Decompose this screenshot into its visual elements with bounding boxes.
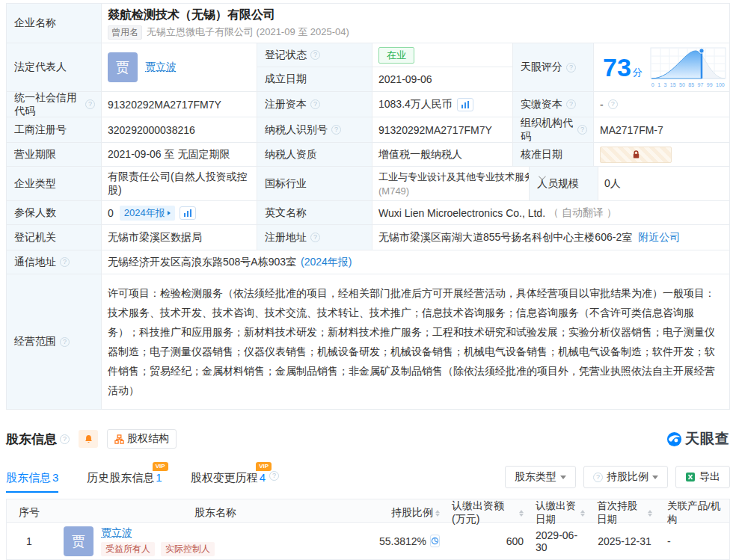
field-label-company-type: 企业类型 bbox=[7, 167, 101, 200]
shareholder-tag: 受益所有人 bbox=[101, 542, 155, 556]
org-chart-icon bbox=[114, 434, 124, 444]
help-icon[interactable]: ? bbox=[577, 125, 587, 135]
vip-badge: VIP bbox=[256, 462, 272, 471]
ratio-value: 55.3812% bbox=[379, 535, 426, 547]
pie-chart-icon[interactable] bbox=[430, 535, 440, 547]
field-label-reg-status: 登记状态 ? bbox=[257, 43, 372, 67]
reg-authority-value: 无锡市梁溪区数据局 bbox=[101, 225, 257, 250]
help-icon[interactable]: ? bbox=[310, 99, 320, 109]
help-icon[interactable]: ? bbox=[566, 63, 576, 73]
legal-rep-avatar: 贾 bbox=[108, 52, 138, 82]
biz-term-value: 2021-09-06 至 无固定期限 bbox=[101, 143, 257, 166]
taxpayer-id-value: 91320292MA2717FM7Y bbox=[372, 117, 512, 142]
reg-capital-value: 1083.4万人民币 bbox=[378, 98, 453, 111]
caret-down-icon bbox=[560, 476, 566, 479]
legal-rep-name-link[interactable]: 贾立波 bbox=[145, 61, 177, 74]
field-label-business-scope: 经营范围 ? bbox=[7, 274, 101, 409]
insured-chart-icon[interactable] bbox=[180, 206, 196, 220]
help-icon[interactable]: ? bbox=[566, 99, 576, 109]
company-info-table: 企业名称 燚航检测技术（无锡）有限公司 曾用名 无锡立恩微电子有限公司 (202… bbox=[6, 3, 730, 410]
staff-size-value: 0人 bbox=[598, 167, 729, 200]
help-icon[interactable]: ? bbox=[608, 99, 618, 109]
field-label-taxpayer-quality: 纳税人资质 bbox=[257, 143, 372, 166]
field-label-establish-date: 成立日期 bbox=[257, 67, 372, 91]
locked-value-placeholder[interactable] bbox=[600, 147, 672, 163]
lock-icon bbox=[631, 150, 641, 159]
bell-curve-icon bbox=[650, 47, 726, 80]
score-axis-labels: 0131550859799100 bbox=[650, 82, 726, 87]
taxpayer-quality-value: 增值税一般纳税人 bbox=[372, 143, 512, 166]
establish-date-value: 2021-09-06 bbox=[372, 67, 512, 91]
field-label-org-code: 组织机构代码 ? bbox=[512, 117, 593, 142]
former-name: 无锡立恩微电子有限公司 (2021-09 至 2025-04) bbox=[147, 25, 349, 39]
sort-icon[interactable] bbox=[519, 510, 524, 517]
field-label-staff-size: 人员规模 bbox=[529, 167, 598, 200]
excel-icon bbox=[685, 472, 696, 482]
nearby-companies-link[interactable]: 附近公司 bbox=[638, 231, 680, 244]
credit-code-value: 91320292MA2717FM7Y bbox=[101, 92, 257, 117]
shareholder-type-filter[interactable]: 股东类型 bbox=[505, 466, 576, 488]
business-scope-value: 许可项目：检验检测服务（依法须经批准的项目，经相关部门批准后方可开展经营活动，具… bbox=[101, 274, 729, 409]
help-icon[interactable]: ? bbox=[60, 337, 70, 347]
company-name: 燚航检测技术（无锡）有限公司 bbox=[108, 7, 275, 23]
field-label-credit-code: 统一社会信用代码 ? bbox=[7, 92, 101, 117]
tianyan-score: 73 分 bbox=[593, 43, 729, 91]
help-icon[interactable]: ? bbox=[85, 99, 95, 109]
field-label-reg-address: 注册地址 ? bbox=[257, 225, 372, 250]
help-icon[interactable]: ? bbox=[60, 257, 70, 267]
shareholder-name-link[interactable]: 贾立波 bbox=[101, 526, 215, 540]
help-icon[interactable]: ? bbox=[310, 50, 320, 60]
caret-down-icon bbox=[652, 476, 658, 479]
help-icon[interactable]: ? bbox=[60, 434, 70, 444]
mail-address-value: 无锡经济开发区高浪东路508号A栋903室 bbox=[108, 256, 296, 269]
tab-history-shareholders[interactable]: 历史股东信息 1 VIP bbox=[87, 471, 162, 493]
sort-icon[interactable] bbox=[580, 510, 585, 517]
row-index: 1 bbox=[7, 523, 52, 559]
shareholder-tag: 实际控制人 bbox=[161, 542, 215, 556]
first-hold-date: 2025-12-31 bbox=[591, 523, 658, 559]
monitor-bell-button[interactable] bbox=[79, 430, 98, 448]
field-label-biz-reg-no: 工商注册号 bbox=[7, 117, 101, 142]
status-badge: 在业 bbox=[378, 47, 414, 64]
help-icon[interactable]: ? bbox=[331, 125, 341, 135]
shareholders-table: 序号 股东名称 持股比例 认缴出资额(万元) 认缴出资日期 首次持股日期 关联产… bbox=[6, 499, 730, 560]
insured-count: 0 bbox=[108, 207, 114, 219]
sort-icon[interactable] bbox=[435, 510, 440, 517]
auto-translate-note: （ 自动翻译 ） bbox=[548, 206, 617, 220]
tab-shareholders[interactable]: 股东信息3 bbox=[6, 471, 58, 493]
sort-icon[interactable] bbox=[648, 510, 652, 517]
capital-chart-icon[interactable] bbox=[457, 98, 473, 111]
section-title: 股东信息 bbox=[6, 431, 57, 448]
table-row: 1 贾 贾立波 受益所有人 实际控制人 55.3812% bbox=[7, 522, 729, 559]
help-icon: ? bbox=[593, 473, 603, 482]
field-label-reg-capital: 注册资本 ? bbox=[257, 92, 372, 117]
arrow-right-icon bbox=[168, 211, 171, 215]
industry-value: 工业与专业设计及其他专业技术服务 bbox=[378, 170, 534, 184]
english-name-value: Wuxi Lien Microelectronics Co., Ltd. bbox=[378, 207, 545, 219]
field-label-company-name: 企业名称 bbox=[7, 4, 101, 43]
field-label-mail-address: 通信地址 ? bbox=[7, 250, 101, 274]
org-code-value: MA2717FM-7 bbox=[593, 117, 729, 142]
field-label-approval-date: 核准日期 bbox=[512, 143, 593, 166]
related-product: - bbox=[658, 523, 729, 559]
tab-equity-changes[interactable]: 股权变更历程 4 VIP ? bbox=[191, 471, 279, 493]
help-icon[interactable]: ? bbox=[310, 233, 320, 242]
mail-address-report-link[interactable]: (2024年报) bbox=[301, 256, 352, 269]
tianyancha-logo: 天眼查 bbox=[666, 429, 730, 449]
field-label-reg-authority: 登记机关 bbox=[7, 225, 101, 250]
company-type-value: 有限责任公司(自然人投资或控股) bbox=[101, 167, 257, 200]
former-name-badge: 曾用名 bbox=[108, 25, 142, 40]
amount-value: 600 bbox=[446, 523, 530, 559]
shareholder-avatar: 贾 bbox=[64, 526, 93, 556]
bell-icon bbox=[84, 434, 93, 444]
equity-structure-button[interactable]: 股权结构 bbox=[107, 429, 177, 449]
field-label-biz-term: 营业期限 bbox=[7, 143, 101, 166]
score-value: 73 分 bbox=[603, 55, 643, 80]
field-label-taxpayer-id: 纳税人识别号 ? bbox=[257, 117, 372, 142]
industry-code: (M749) bbox=[378, 185, 409, 197]
field-label-legal-rep: 法定代表人 bbox=[7, 43, 101, 91]
annual-report-link[interactable]: 2024年报 bbox=[120, 206, 175, 221]
export-button[interactable]: 导出 bbox=[675, 466, 730, 488]
ratio-filter[interactable]: ? 持股比例 bbox=[583, 466, 668, 488]
help-icon[interactable]: ? bbox=[269, 471, 279, 481]
